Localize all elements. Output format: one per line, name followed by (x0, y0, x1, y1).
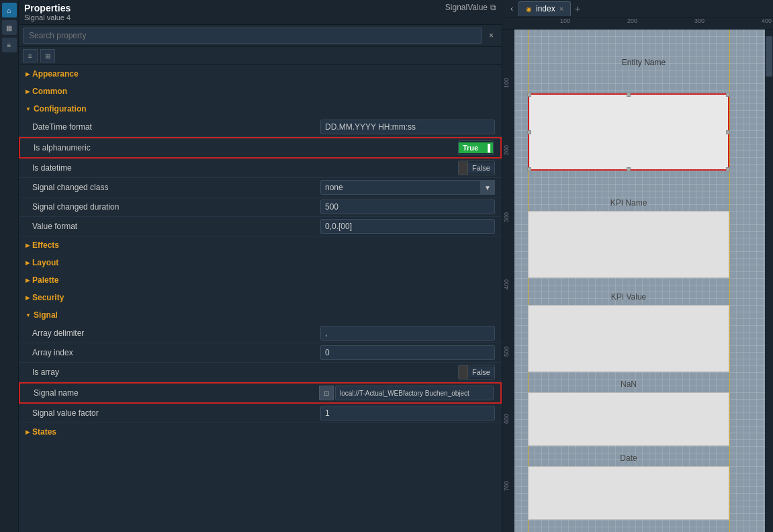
prop-row-signal-name: Signal name ⊡ (19, 382, 502, 404)
selected-widget[interactable] (528, 93, 729, 171)
prop-row-array-delimiter: Array delimiter (19, 324, 502, 343)
is-alphanumeric-toggle[interactable]: True ▐ (458, 140, 494, 155)
prop-row-is-alphanumeric: Is alphanumeric True ▐ (19, 137, 502, 159)
signal-label: Signal (34, 310, 58, 320)
kpi-value-widget[interactable] (528, 305, 729, 372)
prop-row-signal-changed-duration: Signal changed duration (19, 197, 502, 217)
ruler-v-500: 500 (503, 347, 510, 357)
handle-mr[interactable] (726, 130, 730, 134)
signal-name-input-wrap: ⊡ (319, 386, 494, 400)
handle-bl[interactable] (527, 167, 531, 171)
tab-index[interactable]: ◉ index × (518, 1, 571, 16)
kpi-value-text: KPI Value (528, 292, 729, 302)
toggle-indicator-off-array (459, 365, 468, 379)
is-array-value: False (468, 367, 494, 378)
appearance-arrow: ▶ (26, 71, 30, 77)
properties-type: SignalValue ⧉ (445, 3, 496, 12)
canvas-main[interactable]: Entity Name KPI Name KP (514, 30, 773, 532)
handle-tm[interactable] (627, 93, 631, 97)
signal-changed-class-select[interactable]: none (320, 180, 495, 195)
section-effects[interactable]: ▶ Effects (19, 236, 502, 254)
signal-value-factor-input[interactable] (320, 406, 495, 420)
array-delimiter-label: Array delimiter (32, 328, 320, 338)
is-alphanumeric-value: True (459, 142, 482, 153)
signal-arrow: ▼ (26, 312, 31, 318)
handle-bm[interactable] (627, 167, 631, 171)
canvas-vscroll[interactable] (765, 30, 773, 532)
properties-subtitle: Signal value 4 (24, 13, 71, 21)
nan-widget[interactable] (528, 392, 729, 446)
signal-name-icon-button[interactable]: ⊡ (319, 386, 334, 400)
search-bar: × (19, 25, 502, 47)
is-datetime-toggle[interactable]: False (458, 161, 495, 175)
search-input[interactable] (23, 28, 482, 44)
handle-ml[interactable] (527, 130, 531, 134)
grid-view-button[interactable]: ⊞ (40, 49, 55, 62)
is-datetime-label: Is datetime (32, 163, 320, 173)
sidebar-icon-home[interactable]: ⌂ (2, 3, 17, 17)
list-view-button[interactable]: ≡ (23, 49, 38, 62)
signal-changed-duration-input[interactable] (320, 200, 495, 214)
ruler-h-300: 300 (694, 17, 704, 24)
array-index-input[interactable] (320, 345, 495, 360)
handle-tl[interactable] (527, 93, 531, 97)
signal-name-input[interactable] (335, 386, 494, 400)
left-sidebar: ⌂ ▦ ≡ (0, 0, 19, 532)
section-layout[interactable]: ▶ Layout (19, 254, 502, 271)
palette-label: Palette (32, 275, 58, 285)
tab-add-button[interactable]: + (571, 2, 584, 15)
ruler-top: 100 200 300 400 (502, 17, 773, 30)
canvas-vscroll-thumb[interactable] (766, 36, 772, 77)
value-format-input[interactable] (320, 219, 495, 234)
nan-text: NaN (528, 379, 729, 389)
sidebar-icon-list[interactable]: ≡ (2, 38, 17, 52)
ruler-h-200: 200 (627, 17, 637, 24)
signal-name-label: Signal name (34, 388, 319, 398)
datetime-format-input[interactable] (320, 120, 495, 134)
copy-icon[interactable]: ⧉ (490, 3, 496, 12)
section-common[interactable]: ▶ Common (19, 83, 502, 100)
search-clear-button[interactable]: × (485, 30, 498, 42)
date-text: Date (528, 453, 729, 463)
common-arrow: ▶ (26, 89, 30, 95)
palette-arrow: ▶ (26, 277, 30, 283)
kpi-name-text: KPI Name (528, 197, 729, 208)
states-label: States (32, 427, 56, 437)
configuration-arrow: ▼ (26, 106, 31, 112)
is-array-toggle[interactable]: False (458, 365, 495, 380)
array-delimiter-input[interactable] (320, 326, 495, 341)
toggle-indicator-off-datetime (459, 161, 468, 175)
kpi-name-widget[interactable] (528, 211, 729, 278)
section-states[interactable]: ▶ States (19, 423, 502, 441)
signal-value-factor-label: Signal value factor (32, 408, 320, 418)
is-datetime-value: False (468, 163, 494, 173)
ruler-v-400: 400 (503, 279, 510, 290)
prop-row-value-format: Value format (19, 217, 502, 236)
section-appearance[interactable]: ▶ Appearance (19, 65, 502, 83)
ruler-v-600: 600 (503, 414, 510, 424)
section-security[interactable]: ▶ Security (19, 289, 502, 306)
section-palette[interactable]: ▶ Palette (19, 271, 502, 289)
prop-row-is-datetime: Is datetime False (19, 159, 502, 178)
toggle-indicator-on: ▐ (482, 142, 493, 153)
signal-changed-duration-label: Signal changed duration (32, 202, 320, 212)
tab-chevron-left[interactable]: ‹ (505, 2, 518, 15)
sidebar-icon-layout[interactable]: ▦ (2, 20, 17, 35)
security-arrow: ▶ (26, 295, 30, 301)
tab-close-button[interactable]: × (559, 5, 563, 13)
properties-title: Properties (24, 3, 71, 13)
signal-changed-class-label: Signal changed class (32, 183, 320, 192)
ruler-v-700: 700 (503, 481, 510, 491)
value-format-label: Value format (32, 222, 320, 231)
entity-name-text: Entity Name (561, 56, 726, 67)
section-signal[interactable]: ▼ Signal (19, 306, 502, 324)
date-widget[interactable] (528, 466, 729, 520)
ruler-h-100: 100 (560, 17, 570, 24)
ruler-v-100: 100 (503, 78, 510, 88)
view-toggle-bar: ≡ ⊞ (19, 47, 502, 65)
prop-row-array-index: Array index (19, 343, 502, 363)
section-configuration[interactable]: ▼ Configuration (19, 100, 502, 118)
handle-br[interactable] (726, 167, 730, 171)
states-arrow: ▶ (26, 429, 30, 435)
handle-tr[interactable] (726, 93, 730, 97)
